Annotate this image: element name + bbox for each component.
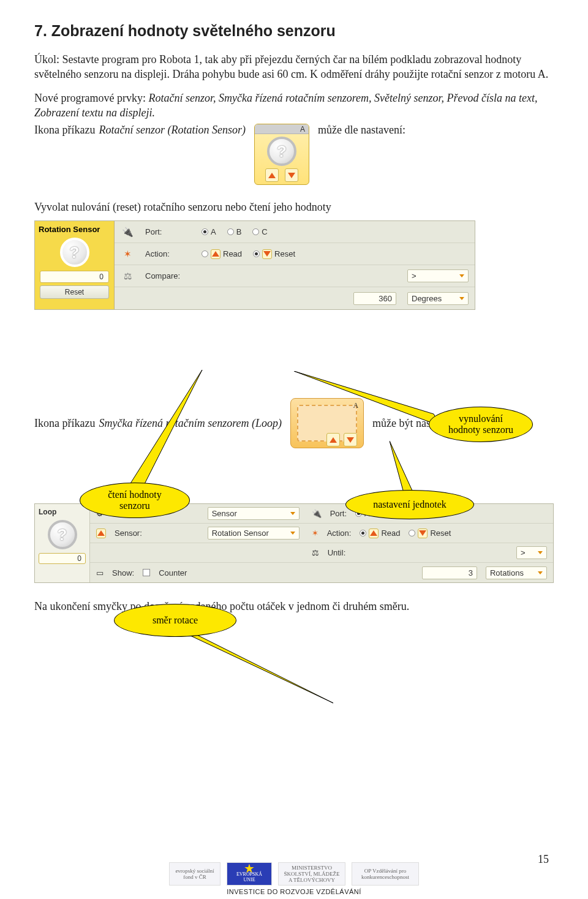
chevron-down-icon [459,297,464,300]
chevron-down-icon [459,274,464,277]
question-mark-icon: ? [48,520,77,549]
plug-icon: 🔌 [312,509,322,518]
compare-op-select[interactable]: > [407,269,469,282]
arrow-up-icon [211,249,221,259]
sensor-select[interactable]: Rotation Sensor [208,527,300,540]
counter-checkbox[interactable] [143,569,150,576]
pointer-line [180,631,339,710]
unit-select[interactable]: Degrees [407,292,469,305]
callout-reset: vynulování hodnoty senzoru [429,407,533,442]
arrow-down-icon [344,433,357,446]
chevron-down-icon [538,551,543,554]
op-logo: OP Vzdělávání pro konkurenceschopnost [352,862,419,886]
chevron-down-icon [290,532,295,535]
p2-prefix: Nové programové prvky: [34,92,148,104]
scale-icon: ⚖ [312,548,319,557]
pointer-line [123,370,245,492]
task-paragraph: Úkol: Sestavte program pro Robota 1, tak… [34,52,554,82]
rotation-block-port-letter: A [300,125,305,134]
action-read-radio[interactable]: Read [202,249,242,259]
star-icon: ✶ [121,247,134,261]
loop-action-reset-radio[interactable]: Reset [409,528,451,538]
show-label: Show: [112,568,134,577]
panel2-counter-value[interactable]: 0 [39,553,86,564]
footer: evropský sociální fond v ČR ★EVROPSKÁ UN… [0,862,588,895]
port-c-radio[interactable]: C [252,227,267,236]
rotation-sensor-block-icon: A ? [254,124,309,185]
plug-icon: 🔌 [121,225,134,239]
control-select[interactable]: Sensor [208,507,300,520]
panel2-title: Loop [39,508,86,516]
page-title: 7. Zobrazení hodnoty světelného senzoru [34,22,554,40]
until-label: Until: [328,548,346,557]
svg-marker-2 [390,441,415,497]
rotation-sentence-italic: Rotační senzor (Rotation Sensor) [99,124,245,137]
callout-units: nastavení jednotek [345,490,474,519]
action-label: Action: [145,249,190,258]
svg-marker-3 [180,631,333,703]
arrow-up-icon [96,528,106,538]
compare-value-field[interactable]: 360 [353,292,396,305]
panel1-title: Rotation Sensor [39,225,110,234]
chevron-down-icon [290,512,295,515]
star-icon: ✶ [312,528,318,538]
arrow-up-icon [369,528,379,538]
port-a-radio[interactable]: A [202,227,216,236]
count-value-field[interactable]: 3 [422,566,477,579]
action-reset-radio[interactable]: Reset [253,249,295,259]
port-label: Port: [330,509,347,518]
esf-logo: evropský sociální fond v ČR [169,862,221,886]
footer-text: INVESTICE DO ROZVOJE VZDĚLÁVÁNÍ [0,888,588,895]
loop-action-read-radio[interactable]: Read [360,528,400,538]
rotation-sensor-panel: Rotation Sensor ? 0 Reset 🔌 Port: A B C … [34,220,475,310]
rotation-sentence-suffix: může dle nastavení: [318,124,405,137]
eu-flag-logo: ★EVROPSKÁ UNIE [227,862,272,886]
panel1-reset-button[interactable]: Reset [40,285,109,299]
reset-read-paragraph: Vyvolat nulování (reset) rotačního senzo… [34,200,554,214]
arrow-down-icon [418,528,428,538]
question-mark-icon: ? [60,238,89,267]
question-mark-icon: ? [267,137,296,166]
chevron-down-icon [538,571,543,574]
svg-marker-0 [294,371,441,426]
callout-direction: směr rotace [114,604,236,637]
msmt-logo: MINISTERSTVO ŠKOLSTVÍ, MLÁDEŽE A TĚLOVÝC… [278,862,345,886]
port-label: Port: [145,227,190,236]
loop-end-paragraph: Na ukončení smyčky po dosažení zadaného … [34,599,554,614]
arrow-up-icon [265,168,279,182]
rotation-sentence-prefix: Ikona příkazu [34,124,95,137]
until-op-select[interactable]: > [516,546,547,559]
arrow-down-icon [285,168,298,182]
elements-paragraph: Nové programové prvky: Rotační senzor, S… [34,91,554,121]
compare-label: Compare: [145,271,190,280]
count-unit-select[interactable]: Rotations [486,566,547,579]
arrow-down-icon [262,249,272,259]
callout-read: čtení hodnoty senzoru [80,483,190,518]
counter-label: Counter [159,568,187,577]
action-label: Action: [327,528,352,538]
panel1-value-field[interactable]: 0 [40,271,109,283]
arrow-up-icon [326,433,340,446]
sensor-label: Sensor: [115,528,142,538]
loop-sentence-prefix: Ikona příkazu [34,417,95,430]
scale-icon: ⚖ [121,269,134,283]
display-icon: ▭ [96,568,104,577]
svg-marker-1 [129,370,202,491]
port-b-radio[interactable]: B [227,227,242,236]
